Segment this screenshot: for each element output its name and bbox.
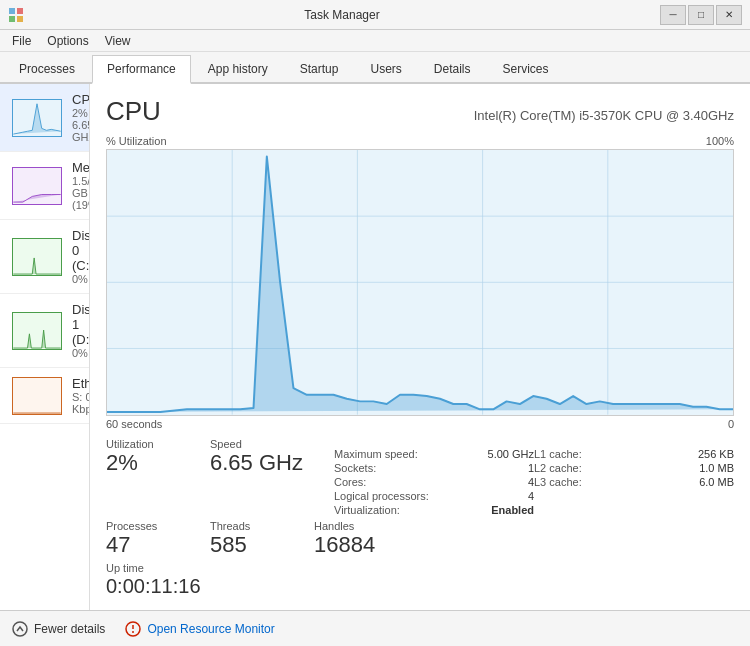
- l1-cache-row: L1 cache: 256 KB: [534, 448, 734, 460]
- l2-cache-row: L2 cache: 1.0 MB: [534, 462, 734, 474]
- panel-title: CPU: [106, 96, 161, 127]
- stats-section: Utilization 2% Speed 6.65 GHz Maximum sp…: [106, 438, 734, 516]
- chart-x-right: 0: [728, 418, 734, 430]
- tab-details[interactable]: Details: [419, 55, 486, 82]
- detail-grid: Maximum speed: 5.00 GHz Sockets: 1 Cores…: [334, 448, 734, 516]
- tab-users[interactable]: Users: [355, 55, 416, 82]
- disk1-thumbnail: [12, 312, 62, 350]
- panel-header: CPU Intel(R) Core(TM) i5-3570K CPU @ 3.4…: [106, 96, 734, 127]
- l1-cache-key: L1 cache:: [534, 448, 582, 460]
- fewer-details-label: Fewer details: [34, 622, 105, 636]
- tabbar: Processes Performance App history Startu…: [0, 52, 750, 84]
- sockets-key: Sockets:: [334, 462, 376, 474]
- tab-services[interactable]: Services: [488, 55, 564, 82]
- disk0-info: Disk 0 (C:) 0%: [72, 228, 90, 285]
- max-speed-val: 5.00 GHz: [488, 448, 534, 460]
- disk1-label: Disk 1 (D:): [72, 302, 90, 347]
- close-button[interactable]: ✕: [716, 5, 742, 25]
- l3-cache-key: L3 cache:: [534, 476, 582, 488]
- svg-rect-1: [17, 8, 23, 14]
- footer: Fewer details Open Resource Monitor: [0, 610, 750, 646]
- ethernet-thumbnail: [12, 377, 62, 415]
- tab-processes[interactable]: Processes: [4, 55, 90, 82]
- l2-cache-val: 1.0 MB: [699, 462, 734, 474]
- disk1-info: Disk 1 (D:) 0%: [72, 302, 90, 359]
- virtualization-val: Enabled: [491, 504, 534, 516]
- processes-label: Processes: [106, 520, 186, 532]
- minimize-button[interactable]: ─: [660, 5, 686, 25]
- sidebar-item-disk1[interactable]: Disk 1 (D:) 0%: [0, 294, 89, 368]
- menu-file[interactable]: File: [4, 32, 39, 50]
- threads-label: Threads: [210, 520, 290, 532]
- cpu-thumbnail: [12, 99, 62, 137]
- open-resource-monitor-item[interactable]: Open Resource Monitor: [125, 621, 274, 637]
- memory-value: 1.5/7.7 GB (19%): [72, 175, 90, 211]
- window-title: Task Manager: [24, 8, 660, 22]
- threads-stat: Threads 585: [210, 520, 290, 558]
- threads-value: 585: [210, 532, 290, 558]
- titlebar: Task Manager ─ □ ✕: [0, 0, 750, 30]
- chevron-up-icon: [12, 621, 28, 637]
- ethernet-info: Ethernet S: 0 R: 0 Kbps: [72, 376, 90, 415]
- fewer-details-item[interactable]: Fewer details: [12, 621, 105, 637]
- virtualization-row: Virtualization: Enabled: [334, 504, 534, 516]
- chart-y-label: % Utilization: [106, 135, 167, 147]
- maximize-button[interactable]: □: [688, 5, 714, 25]
- svg-point-14: [132, 631, 134, 633]
- detail-section: Maximum speed: 5.00 GHz Sockets: 1 Cores…: [334, 438, 734, 516]
- handles-stat: Handles 16884: [314, 520, 414, 558]
- max-speed-key: Maximum speed:: [334, 448, 418, 460]
- cpu-info: CPU 2% 6.65 GHz: [72, 92, 90, 143]
- logical-processors-key: Logical processors:: [334, 490, 429, 502]
- l3-cache-val: 6.0 MB: [699, 476, 734, 488]
- disk0-label: Disk 0 (C:): [72, 228, 90, 273]
- uptime-label: Up time: [106, 562, 201, 574]
- titlebar-buttons: ─ □ ✕: [660, 5, 742, 25]
- cpu-value: 2% 6.65 GHz: [72, 107, 90, 143]
- svg-rect-0: [9, 8, 15, 14]
- detail-left: Maximum speed: 5.00 GHz Sockets: 1 Cores…: [334, 448, 534, 516]
- virtualization-key: Virtualization:: [334, 504, 400, 516]
- chart-label-top: % Utilization 100%: [106, 135, 734, 147]
- detail-right: L1 cache: 256 KB L2 cache: 1.0 MB L3 cac…: [534, 448, 734, 516]
- l1-cache-val: 256 KB: [698, 448, 734, 460]
- max-speed-row: Maximum speed: 5.00 GHz: [334, 448, 534, 460]
- uptime-section: Up time 0:00:11:16: [106, 562, 734, 598]
- sidebar-item-memory[interactable]: Memory 1.5/7.7 GB (19%): [0, 152, 89, 220]
- sidebar: CPU 2% 6.65 GHz Memory 1.5/7.7 GB (19%): [0, 84, 90, 610]
- memory-info: Memory 1.5/7.7 GB (19%): [72, 160, 90, 211]
- sidebar-item-cpu[interactable]: CPU 2% 6.65 GHz: [0, 84, 89, 152]
- disk0-value: 0%: [72, 273, 90, 285]
- chart-x-left: 60 seconds: [106, 418, 162, 430]
- disk0-thumbnail: [12, 238, 62, 276]
- speed-value: 6.65 GHz: [210, 450, 310, 476]
- tab-startup[interactable]: Startup: [285, 55, 354, 82]
- utilization-label: Utilization: [106, 438, 186, 450]
- ethernet-value: S: 0 R: 0 Kbps: [72, 391, 90, 415]
- mem-mini-chart: [13, 168, 61, 204]
- tab-performance[interactable]: Performance: [92, 55, 191, 84]
- sockets-row: Sockets: 1: [334, 462, 534, 474]
- sidebar-item-ethernet[interactable]: Ethernet S: 0 R: 0 Kbps: [0, 368, 89, 424]
- main-content: CPU 2% 6.65 GHz Memory 1.5/7.7 GB (19%): [0, 84, 750, 610]
- processes-stat: Processes 47: [106, 520, 186, 558]
- cpu-label: CPU: [72, 92, 90, 107]
- ethernet-label: Ethernet: [72, 376, 90, 391]
- tab-app-history[interactable]: App history: [193, 55, 283, 82]
- logical-processors-row: Logical processors: 4: [334, 490, 534, 502]
- cpu-mini-chart: [13, 100, 61, 136]
- menu-options[interactable]: Options: [39, 32, 96, 50]
- l3-cache-row: L3 cache: 6.0 MB: [534, 476, 734, 488]
- sidebar-item-disk0[interactable]: Disk 0 (C:) 0%: [0, 220, 89, 294]
- utilization-value: 2%: [106, 450, 186, 476]
- titlebar-left: [8, 7, 24, 23]
- disk0-mini-chart: [13, 239, 61, 275]
- open-resource-monitor-link[interactable]: Open Resource Monitor: [147, 622, 274, 636]
- cpu-chart: [106, 149, 734, 416]
- uptime-stat: Up time 0:00:11:16: [106, 562, 201, 598]
- svg-rect-2: [9, 16, 15, 22]
- cpu-chart-svg: [107, 150, 733, 415]
- panel-subtitle: Intel(R) Core(TM) i5-3570K CPU @ 3.40GHz: [474, 108, 734, 123]
- l2-cache-key: L2 cache:: [534, 462, 582, 474]
- menu-view[interactable]: View: [97, 32, 139, 50]
